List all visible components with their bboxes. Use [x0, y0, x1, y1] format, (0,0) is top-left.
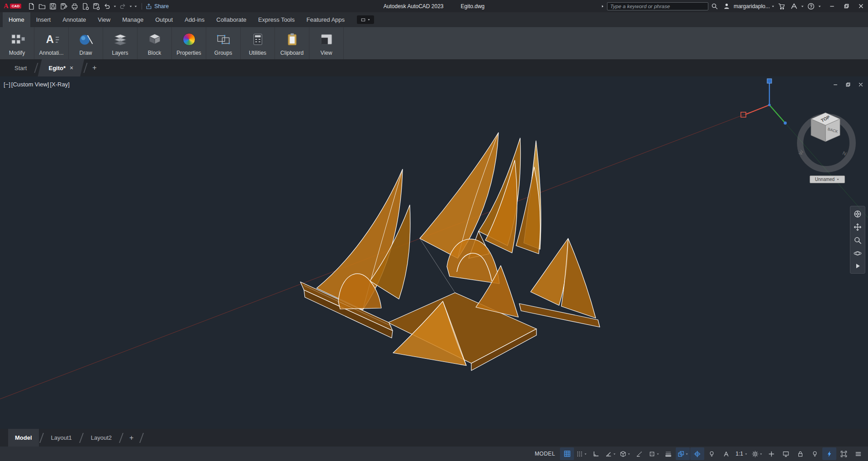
- drawing-viewport[interactable]: [−] [Custom View] [X-Ray] TOP BACK W N U…: [0, 76, 868, 429]
- ribbon-tab-home[interactable]: Home: [3, 12, 30, 27]
- panel-draw[interactable]: Draw: [69, 27, 103, 59]
- panel-annotation[interactable]: A Annotati...: [34, 27, 69, 59]
- save-web-mobile-button[interactable]: [91, 1, 101, 11]
- panel-modify[interactable]: Modify: [0, 27, 34, 59]
- layout-tab-layout1[interactable]: Layout1: [44, 429, 79, 447]
- viewport-restore-button[interactable]: [845, 82, 851, 87]
- titlebar-right-cluster: margaridaplo...: [601, 0, 868, 12]
- customization-button[interactable]: [851, 447, 865, 460]
- layout-tab-model[interactable]: Model: [8, 429, 39, 447]
- workspace-switching-button[interactable]: [750, 447, 764, 460]
- viewport-close-button[interactable]: [858, 82, 863, 87]
- snap-mode-toggle[interactable]: [574, 447, 588, 460]
- gear-icon: [752, 451, 759, 457]
- graphics-performance-button[interactable]: [822, 447, 836, 460]
- new-file-button[interactable]: [26, 1, 36, 11]
- lineweight-toggle[interactable]: [661, 447, 675, 460]
- undo-button[interactable]: [102, 1, 112, 11]
- restore-button[interactable]: [839, 0, 854, 12]
- named-view-selector[interactable]: Unnamed: [810, 176, 845, 183]
- ribbon-tab-featured-apps[interactable]: Featured Apps: [300, 12, 351, 27]
- help-button[interactable]: [805, 0, 817, 12]
- quick-properties-toggle[interactable]: [779, 447, 793, 460]
- object-snap-tracking-toggle[interactable]: [632, 447, 646, 460]
- close-button[interactable]: [854, 0, 868, 12]
- search-input[interactable]: [607, 2, 708, 10]
- document-title: Egito.dwg: [461, 3, 485, 10]
- autodesk-app-caret[interactable]: [800, 1, 805, 11]
- file-tab-start[interactable]: Start: [6, 59, 35, 76]
- panel-layers[interactable]: Layers: [103, 27, 138, 59]
- viewport-visual-style-control[interactable]: [X-Ray]: [50, 81, 69, 88]
- new-layout-button[interactable]: +: [124, 434, 139, 442]
- object-snap-toggle[interactable]: [647, 447, 661, 460]
- ribbon-display-toggle[interactable]: [357, 15, 374, 24]
- viewport-view-control[interactable]: [Custom View]: [11, 81, 49, 88]
- save-button[interactable]: [47, 1, 58, 11]
- ribbon-tab-view[interactable]: View: [92, 12, 116, 27]
- redo-button[interactable]: [118, 1, 128, 11]
- redo-dropdown-caret[interactable]: [128, 1, 133, 11]
- user-avatar[interactable]: [721, 0, 733, 12]
- orbit-button[interactable]: [854, 249, 862, 257]
- open-file-button[interactable]: [37, 1, 47, 11]
- open-web-mobile-button[interactable]: [80, 1, 90, 11]
- grid-display-toggle[interactable]: [560, 447, 574, 460]
- minimize-button[interactable]: [825, 0, 839, 12]
- qat-customize-caret[interactable]: [133, 1, 138, 11]
- signed-in-user[interactable]: margaridaplo...: [733, 3, 771, 10]
- ribbon-tab-output[interactable]: Output: [149, 12, 179, 27]
- ribbon-tab-collaborate[interactable]: Collaborate: [210, 12, 252, 27]
- showmotion-button[interactable]: [854, 262, 861, 270]
- ribbon-tab-express-tools[interactable]: Express Tools: [252, 12, 301, 27]
- save-icon: [49, 3, 57, 10]
- file-tab-close-button[interactable]: ×: [70, 64, 73, 71]
- isolate-objects-button[interactable]: [808, 447, 822, 460]
- grid-icon: [564, 450, 571, 457]
- caret-down-icon: [771, 5, 775, 8]
- panel-properties[interactable]: Properties: [172, 27, 206, 59]
- pan-button[interactable]: [854, 223, 862, 231]
- autocad-logo[interactable]: A CAD: [4, 2, 21, 10]
- ribbon-tab-manage[interactable]: Manage: [116, 12, 149, 27]
- panel-utilities[interactable]: Utilities: [241, 27, 275, 59]
- annotation-visibility-toggle[interactable]: [705, 447, 719, 460]
- annotation-monitor-toggle[interactable]: [764, 447, 778, 460]
- undo-dropdown-caret[interactable]: [113, 1, 117, 11]
- annotation-scale-selector[interactable]: 1:1: [734, 447, 749, 460]
- search-expand-caret[interactable]: [601, 5, 604, 8]
- status-bar: MODEL 1:1: [0, 447, 868, 461]
- lock-ui-button[interactable]: [793, 447, 807, 460]
- polar-tracking-toggle[interactable]: [603, 447, 617, 460]
- autodesk-app-button[interactable]: [788, 0, 800, 12]
- viewport-minimize-control[interactable]: [−]: [4, 81, 10, 88]
- gizmo-toggle[interactable]: [690, 447, 704, 460]
- annotation-autoscale-toggle[interactable]: [719, 447, 733, 460]
- panel-block[interactable]: Block: [138, 27, 172, 59]
- panel-view[interactable]: View: [309, 27, 344, 59]
- viewport-minimize-button[interactable]: [833, 82, 838, 87]
- panel-groups[interactable]: Groups: [206, 27, 241, 59]
- ribbon-tab-insert[interactable]: Insert: [30, 12, 57, 27]
- app-store-cart-button[interactable]: [775, 0, 788, 12]
- search-button[interactable]: [708, 0, 721, 12]
- clean-screen-button[interactable]: [837, 447, 851, 460]
- selection-cycling-toggle[interactable]: [676, 447, 690, 460]
- panel-clipboard[interactable]: Clipboard: [275, 27, 309, 59]
- file-tab-label: Egito*: [48, 65, 66, 71]
- ortho-mode-toggle[interactable]: [589, 447, 603, 460]
- ribbon-tab-annotate[interactable]: Annotate: [57, 12, 92, 27]
- navigation-wheel-button[interactable]: [854, 210, 862, 218]
- viewcube[interactable]: TOP BACK W N: [786, 95, 867, 185]
- isodraft-toggle[interactable]: [618, 447, 632, 460]
- new-drawing-tab-button[interactable]: +: [87, 59, 102, 76]
- save-as-button[interactable]: [58, 1, 69, 11]
- layout-tab-layout2[interactable]: Layout2: [84, 429, 119, 447]
- share-button[interactable]: Share: [146, 3, 169, 10]
- file-tab-egito[interactable]: Egito* ×: [38, 59, 84, 76]
- zoom-button[interactable]: [854, 236, 862, 244]
- ribbon-tab-addins[interactable]: Add-ins: [179, 12, 210, 27]
- help-caret[interactable]: [817, 1, 822, 11]
- plot-button[interactable]: [69, 1, 80, 11]
- user-menu-caret[interactable]: [771, 1, 775, 11]
